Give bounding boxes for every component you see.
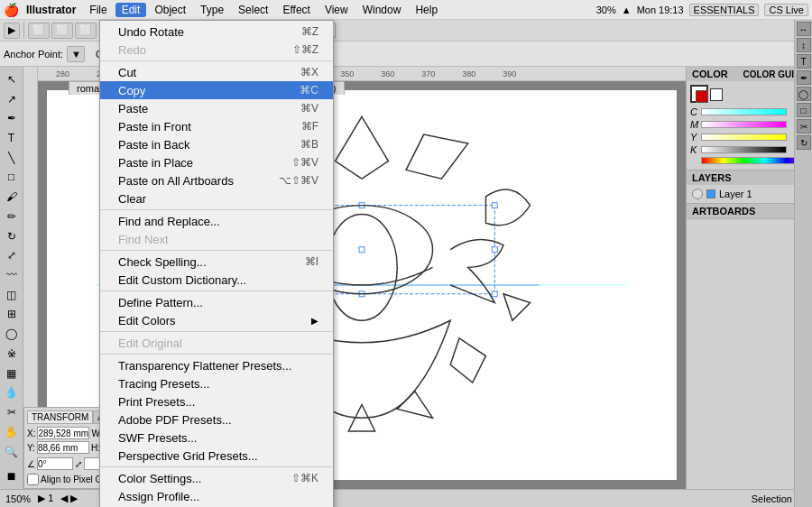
menu-item-tracing-label: Tracing Presets... — [118, 377, 318, 391]
artboards-title: ARTBOARDS — [692, 206, 755, 217]
anchor-point-dropdown[interactable]: ▼ — [67, 46, 85, 62]
menu-item-paste[interactable]: Paste ⌘V — [100, 99, 333, 117]
menu-select[interactable]: Select — [232, 3, 274, 17]
right-panels: COLOR COLOR GUIDE C M — [686, 67, 812, 489]
battery-indicator: 30% — [596, 5, 616, 15]
white-swatch[interactable] — [710, 88, 723, 101]
menu-item-redo[interactable]: Redo ⇧⌘Z — [100, 41, 333, 59]
menu-file[interactable]: File — [83, 3, 113, 17]
x-input[interactable] — [37, 427, 89, 439]
right-tool-1[interactable]: ↔ — [797, 22, 811, 36]
tool-scale[interactable]: ⤢ — [3, 246, 21, 264]
menu-item-assign-profile[interactable]: Assign Profile... — [100, 487, 333, 505]
menu-sep-5 — [100, 331, 333, 332]
menu-item-clear[interactable]: Clear — [100, 189, 333, 207]
y-label: Y: — [27, 443, 35, 453]
right-tool-3[interactable]: T — [797, 54, 811, 69]
apple-menu[interactable]: 🍎 — [4, 3, 19, 17]
stroke-swatch[interactable] — [696, 90, 708, 103]
tool-symbol[interactable]: ※ — [3, 345, 21, 363]
fill-swatch[interactable] — [690, 85, 708, 103]
black-bar[interactable] — [701, 146, 787, 153]
toolbar-align-left[interactable]: ⬜ — [28, 23, 50, 39]
tool-eyedropper[interactable]: 💧 — [3, 384, 21, 402]
pixel-align-checkbox[interactable] — [27, 474, 39, 485]
menu-help[interactable]: Help — [409, 3, 444, 17]
tool-line[interactable]: ╲ — [3, 149, 21, 167]
tab-transform[interactable]: TRANSFORM — [27, 410, 93, 424]
menu-item-paste-front-label: Paste in Front — [118, 120, 283, 134]
menu-item-paste-place[interactable]: Paste in Place ⇧⌘V — [100, 153, 333, 171]
layers-title: LAYERS — [692, 172, 732, 183]
menu-item-undo[interactable]: Undo Rotate ⌘Z — [100, 23, 333, 41]
menu-item-transparency[interactable]: Transparency Flattener Presets... — [100, 356, 333, 374]
menu-item-adobe-pdf[interactable]: Adobe PDF Presets... — [100, 410, 333, 429]
right-tool-6[interactable]: □ — [797, 103, 811, 117]
menu-item-swf[interactable]: SWF Presets... — [100, 429, 333, 447]
tool-warp[interactable]: 〰 — [3, 266, 21, 284]
yellow-bar[interactable] — [701, 134, 787, 141]
tool-scissors[interactable]: ✂ — [3, 403, 21, 421]
tool-direct-select[interactable]: ↗ — [3, 90, 21, 108]
tool-rect[interactable]: □ — [3, 169, 21, 187]
tool-type[interactable]: T — [3, 129, 21, 147]
tool-blend[interactable]: ◯ — [3, 325, 21, 343]
x-label: X: — [27, 429, 35, 438]
right-tool-8[interactable]: ↻ — [797, 135, 811, 150]
cs-live-button[interactable]: CS Live — [764, 4, 808, 16]
tool-paintbrush[interactable]: 🖌 — [3, 188, 21, 206]
tool-zoom[interactable]: 🔍 — [3, 443, 21, 461]
toolbar-arrow[interactable]: ▶ — [4, 23, 20, 39]
menu-item-tracing[interactable]: Tracing Presets... — [100, 374, 333, 392]
artboard-nav[interactable]: ◀ ▶ — [60, 493, 78, 504]
menu-item-define-pattern-label: Define Pattern... — [118, 296, 318, 309]
menu-item-find-next[interactable]: Find Next — [100, 230, 333, 248]
menu-item-spell[interactable]: Check Spelling... ⌘I — [100, 253, 333, 271]
menu-item-paste-front[interactable]: Paste in Front ⌘F — [100, 117, 333, 135]
right-tool-2[interactable]: ↕ — [797, 38, 811, 52]
menu-item-copy[interactable]: Copy ⌘C — [100, 81, 333, 99]
menu-item-paste-artboards[interactable]: Paste on All Artboards ⌥⇧⌘V — [100, 171, 333, 189]
tool-select[interactable]: ↖ — [3, 70, 21, 88]
y-input[interactable] — [37, 441, 89, 454]
tool-pencil[interactable]: ✏ — [3, 207, 21, 226]
menu-item-paste-back[interactable]: Paste in Back ⌘B — [100, 135, 333, 153]
menu-item-print-presets[interactable]: Print Presets... — [100, 392, 333, 410]
tool-column[interactable]: ▦ — [3, 364, 21, 383]
right-tool-7[interactable]: ✂ — [797, 119, 811, 134]
menu-item-define-pattern[interactable]: Define Pattern... — [100, 293, 333, 311]
right-tool-4[interactable]: ✒ — [797, 70, 811, 85]
tool-mesh[interactable]: ⊞ — [3, 306, 21, 324]
magenta-bar[interactable] — [701, 121, 787, 128]
layer-eye-1[interactable] — [692, 189, 703, 199]
menu-type[interactable]: Type — [194, 3, 230, 17]
fill-stroke[interactable]: ■ — [3, 467, 21, 485]
tool-pen[interactable]: ✒ — [3, 109, 21, 127]
menu-window[interactable]: Window — [356, 3, 408, 17]
menu-object[interactable]: Object — [148, 3, 192, 17]
essentials-button[interactable]: ESSENTIALS — [689, 4, 760, 16]
menu-item-custom-dict[interactable]: Edit Custom Dictionary... — [100, 271, 333, 289]
menu-item-find-replace[interactable]: Find and Replace... — [100, 212, 333, 230]
magenta-label: M — [690, 119, 699, 130]
tool-rotate[interactable]: ↻ — [3, 227, 21, 245]
menu-edit[interactable]: Edit — [115, 3, 147, 17]
tool-hand[interactable]: ✋ — [3, 423, 21, 441]
menu-item-perspective[interactable]: Perspective Grid Presets... — [100, 447, 333, 465]
rainbow-bar[interactable] — [701, 157, 808, 164]
right-tool-5[interactable]: ◯ — [797, 87, 811, 101]
layer-item-1[interactable]: Layer 1 — [690, 187, 808, 201]
toolbar-align-right[interactable]: ⬜ — [75, 23, 97, 39]
menu-item-color-settings[interactable]: Color Settings... ⇧⌘K — [100, 469, 333, 487]
toolbar-align-center[interactable]: ⬜ — [51, 23, 73, 39]
menu-item-cut[interactable]: Cut ⌘X — [100, 63, 333, 81]
menu-view[interactable]: View — [318, 3, 355, 17]
cyan-bar[interactable] — [701, 108, 787, 115]
tool-gradient[interactable]: ◫ — [3, 286, 21, 304]
menu-item-paste-label: Paste — [118, 102, 282, 115]
menu-item-edit-colors[interactable]: Edit Colors ▶ — [100, 311, 333, 329]
time-display: Mon 19:13 — [637, 5, 684, 15]
angle-input[interactable] — [37, 457, 73, 470]
menu-item-edit-original[interactable]: Edit Original — [100, 334, 333, 352]
menu-effect[interactable]: Effect — [276, 3, 316, 17]
